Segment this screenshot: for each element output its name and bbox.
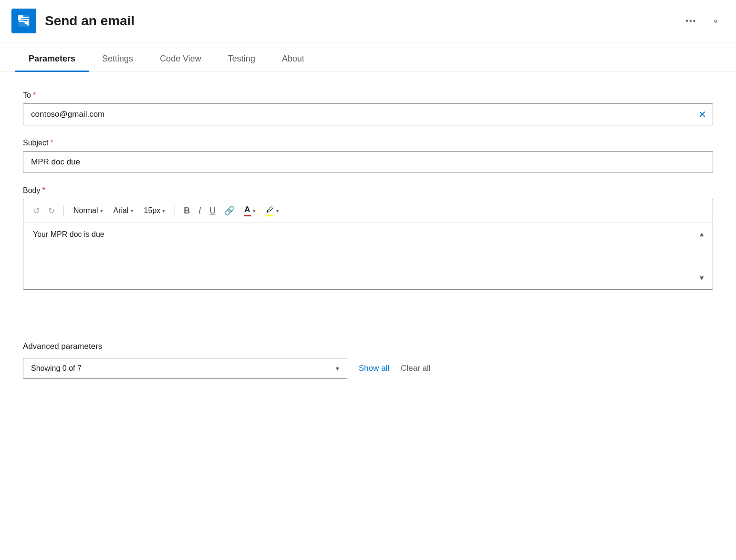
body-required-star: * <box>42 186 45 195</box>
undo-button[interactable]: ↺ <box>30 204 42 218</box>
subject-required-star: * <box>50 139 53 147</box>
header-actions: ••• « <box>683 15 721 27</box>
advanced-parameters-title: Advanced parameters <box>23 342 713 351</box>
editor-content[interactable]: Your MPR doc is due ▲ ▼ <box>23 223 713 289</box>
to-label: To * <box>23 91 713 100</box>
close-icon: ✕ <box>698 109 706 120</box>
section-divider <box>0 332 736 332</box>
subject-field-group: Subject * <box>23 139 713 173</box>
form-container: To * ✕ Subject * Body * ↺ <box>0 72 736 322</box>
undo-icon: ↺ <box>33 206 40 216</box>
header-left: o Send an email <box>11 9 135 33</box>
body-field-group: Body * ↺ ↻ Normal ▾ <box>23 186 713 290</box>
advanced-section: Advanced parameters Showing 0 of 7 ▾ Sho… <box>0 342 736 398</box>
chevron-down-icon: ▾ <box>162 208 165 214</box>
body-editor: ↺ ↻ Normal ▾ Arial ▾ <box>23 199 713 290</box>
size-dropdown[interactable]: 15px ▾ <box>140 204 169 217</box>
tabs-container: Parameters Settings Code View Testing Ab… <box>0 46 736 72</box>
to-input-wrapper: ✕ <box>23 103 713 125</box>
highlight-dropdown[interactable]: 🖊 ▾ <box>262 203 283 218</box>
bold-button[interactable]: B <box>181 204 193 218</box>
advanced-controls: Showing 0 of 7 ▾ Show all Clear all <box>23 358 713 379</box>
body-label: Body * <box>23 186 713 195</box>
to-field-group: To * ✕ <box>23 91 713 125</box>
tab-about[interactable]: About <box>269 46 318 71</box>
chevron-down-icon: ▾ <box>253 208 256 214</box>
svg-text:o: o <box>21 16 23 20</box>
advanced-dropdown[interactable]: Showing 0 of 7 ▾ <box>23 358 347 379</box>
to-required-star: * <box>33 91 36 100</box>
clear-all-button[interactable]: Clear all <box>401 364 430 373</box>
chevron-down-icon: ▾ <box>336 365 339 372</box>
link-button[interactable]: 🔗 <box>221 204 238 218</box>
more-options-button[interactable]: ••• <box>683 15 699 27</box>
subject-label: Subject * <box>23 139 713 147</box>
font-dropdown[interactable]: Arial ▾ <box>110 204 137 217</box>
page-title: Send an email <box>45 13 135 29</box>
underline-button[interactable]: U <box>207 204 218 218</box>
collapse-button[interactable]: « <box>711 15 721 27</box>
to-clear-button[interactable]: ✕ <box>698 109 706 120</box>
highlight-bar <box>266 215 273 216</box>
tab-settings[interactable]: Settings <box>89 46 146 71</box>
highlight-icon: 🖊 <box>266 205 274 214</box>
tab-code-view[interactable]: Code View <box>146 46 215 71</box>
chevron-down-icon: ▾ <box>131 208 134 214</box>
style-dropdown[interactable]: Normal ▾ <box>70 204 107 217</box>
to-input[interactable] <box>23 103 713 125</box>
tab-testing[interactable]: Testing <box>215 46 269 71</box>
italic-button[interactable]: I <box>196 204 204 218</box>
font-color-dropdown[interactable]: A ▾ <box>240 203 259 218</box>
svg-rect-4 <box>19 21 26 22</box>
header: o Send an email ••• « <box>0 0 736 42</box>
redo-button[interactable]: ↻ <box>45 204 58 218</box>
editor-toolbar: ↺ ↻ Normal ▾ Arial ▾ <box>23 199 713 223</box>
show-all-button[interactable]: Show all <box>359 364 389 373</box>
link-icon: 🔗 <box>224 205 235 216</box>
redo-icon: ↻ <box>48 206 55 216</box>
font-color-bar <box>244 215 251 216</box>
chevron-down-icon: ▾ <box>276 208 279 214</box>
scroll-down-button[interactable]: ▼ <box>698 274 705 282</box>
chevron-down-icon: ▾ <box>100 208 103 214</box>
toolbar-divider-1 <box>63 205 64 216</box>
scroll-up-button[interactable]: ▲ <box>698 230 705 238</box>
subject-input[interactable] <box>23 151 713 173</box>
tab-parameters[interactable]: Parameters <box>15 46 89 71</box>
toolbar-divider-2 <box>175 205 175 216</box>
font-color-icon: A <box>244 205 250 214</box>
app-icon: o <box>11 9 36 33</box>
